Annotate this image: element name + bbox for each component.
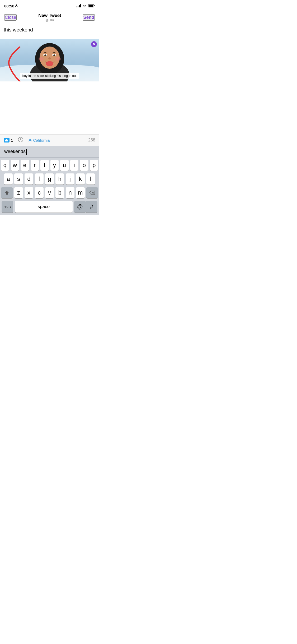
space-key[interactable]: space xyxy=(15,201,73,213)
clock-icon[interactable] xyxy=(18,137,23,144)
at-key[interactable]: @ xyxy=(74,201,86,213)
key-d[interactable]: d xyxy=(25,173,33,185)
location-button[interactable]: California xyxy=(28,138,50,142)
tweet-text[interactable]: this weekend xyxy=(4,26,95,34)
svg-marker-22 xyxy=(28,138,32,141)
status-icons xyxy=(77,4,95,7)
keyboard-row-2: a s d f g h j k l xyxy=(1,173,98,185)
svg-point-10 xyxy=(53,54,55,56)
key-t[interactable]: t xyxy=(40,160,49,171)
keyboard: q w e r t y u i o p a s d f g h j k l z … xyxy=(0,158,99,215)
svg-marker-23 xyxy=(5,191,9,195)
key-r[interactable]: r xyxy=(31,160,39,171)
key-c[interactable]: c xyxy=(35,187,44,198)
svg-point-11 xyxy=(48,57,51,59)
keyboard-row-1: q w e r t y u i o p xyxy=(1,160,98,171)
svg-rect-18 xyxy=(6,139,7,140)
key-m[interactable]: m xyxy=(76,187,85,198)
autocomplete-bar: weekends xyxy=(0,146,99,158)
key-h[interactable]: h xyxy=(55,173,64,185)
attached-image: ✕ boy in the snow sticking his tongue ou… xyxy=(0,39,99,81)
photo-count: 1 xyxy=(11,138,13,142)
svg-rect-2 xyxy=(94,5,95,6)
autocomplete-word[interactable]: weekends xyxy=(4,149,26,154)
key-b[interactable]: b xyxy=(55,187,64,198)
svg-point-12 xyxy=(46,61,53,66)
svg-line-21 xyxy=(21,140,22,140)
text-cursor xyxy=(26,149,27,155)
key-n[interactable]: n xyxy=(66,187,74,198)
compose-toolbar: 1 California 268 xyxy=(0,134,99,146)
alt-text-overlay: boy in the snow sticking his tongue out xyxy=(20,73,79,79)
svg-marker-0 xyxy=(15,4,18,7)
nav-title: New Tweet xyxy=(38,13,61,18)
key-k[interactable]: k xyxy=(76,173,85,185)
compose-area[interactable]: this weekend xyxy=(0,23,99,39)
camera-icon xyxy=(4,138,10,142)
status-bar: 08:58 xyxy=(0,0,99,12)
keyboard-row-3: z x c v b n m xyxy=(1,187,98,198)
key-z[interactable]: z xyxy=(14,187,23,198)
camera-button[interactable]: 1 xyxy=(4,138,13,142)
key-y[interactable]: y xyxy=(50,160,59,171)
key-a[interactable]: a xyxy=(4,173,13,185)
hash-key[interactable]: # xyxy=(86,201,97,213)
close-button[interactable]: Close xyxy=(4,14,17,21)
delete-key[interactable] xyxy=(86,187,98,198)
key-v[interactable]: v xyxy=(45,187,54,198)
char-count: 268 xyxy=(88,138,95,142)
key-x[interactable]: x xyxy=(25,187,33,198)
send-button[interactable]: Send xyxy=(83,14,95,21)
battery-icon xyxy=(88,4,95,7)
key-s[interactable]: s xyxy=(14,173,23,185)
key-u[interactable]: u xyxy=(60,160,69,171)
key-p[interactable]: p xyxy=(90,160,98,171)
time-display: 08:58 xyxy=(4,4,14,8)
keyboard-bottom-row: 123 space @ # xyxy=(1,201,98,215)
key-e[interactable]: e xyxy=(21,160,29,171)
signal-icon xyxy=(77,4,81,7)
key-l[interactable]: l xyxy=(86,173,95,185)
key-q[interactable]: q xyxy=(1,160,9,171)
svg-point-17 xyxy=(6,140,7,141)
svg-point-14 xyxy=(55,57,61,61)
wifi-icon xyxy=(82,4,87,7)
navigation-bar: Close New Tweet @JIIX Send xyxy=(0,12,99,23)
remove-image-button[interactable]: ✕ xyxy=(91,41,97,47)
key-o[interactable]: o xyxy=(80,160,88,171)
key-f[interactable]: f xyxy=(35,173,44,185)
key-g[interactable]: g xyxy=(45,173,54,185)
nav-username: @JIIX xyxy=(38,18,61,22)
location-label: California xyxy=(33,138,50,142)
svg-rect-3 xyxy=(89,5,93,7)
key-w[interactable]: w xyxy=(11,160,19,171)
svg-point-9 xyxy=(44,54,46,56)
key-j[interactable]: j xyxy=(66,173,74,185)
svg-point-13 xyxy=(39,57,44,61)
status-time: 08:58 xyxy=(4,4,18,8)
numbers-key[interactable]: 123 xyxy=(2,201,13,213)
nav-center: New Tweet @JIIX xyxy=(38,13,61,22)
key-i[interactable]: i xyxy=(70,160,79,171)
shift-key[interactable] xyxy=(1,187,13,198)
compose-space[interactable] xyxy=(0,81,99,134)
location-arrow-icon xyxy=(15,4,18,7)
